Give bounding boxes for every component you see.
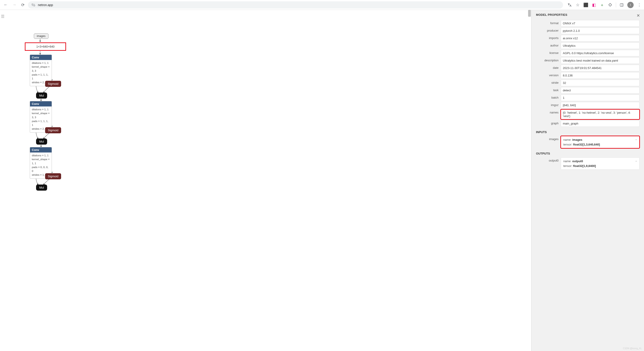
- reload-button[interactable]: ⟳: [20, 2, 26, 8]
- prop-row-author: authorUltralytics: [536, 43, 640, 49]
- prop-value[interactable]: [640, 640]: [561, 102, 640, 109]
- prop-value[interactable]: Ultralytics best model trained on data.y…: [561, 57, 640, 64]
- scrollbar[interactable]: [528, 10, 531, 351]
- node-conv-2-title: Conv: [30, 101, 52, 107]
- attr: pads = 1, 1, 1, 1: [32, 73, 50, 81]
- collapse-icon[interactable]: −: [635, 138, 637, 141]
- extension-3-icon[interactable]: ＋: [600, 3, 604, 8]
- prop-value[interactable]: ai.onnx v12: [561, 35, 640, 42]
- attr: kernel_shape = 1, 1: [32, 157, 50, 165]
- prop-label: description: [536, 57, 561, 64]
- outputs-heading: OUTPUTS: [536, 152, 640, 155]
- extensions-menu-icon[interactable]: [608, 3, 613, 8]
- output-label: output0: [536, 157, 561, 170]
- prop-label: stride: [536, 80, 561, 86]
- prop-label: format: [536, 20, 561, 27]
- close-icon[interactable]: ✕: [636, 13, 640, 18]
- node-mul-3[interactable]: Mul: [36, 185, 47, 191]
- node-mul-2[interactable]: Mul: [36, 139, 47, 145]
- graph-canvas[interactable]: images 1×3×640×640 Conv dilations = 1, 1…: [0, 10, 531, 351]
- prop-value[interactable]: 32: [561, 80, 640, 86]
- prop-row-imgsz: imgsz[640, 640]: [536, 102, 640, 109]
- prop-value[interactable]: {0: 'helmet', 1: 'no-helmet', 2: 'no-ves…: [561, 109, 640, 119]
- sidepanel-icon[interactable]: [619, 3, 624, 8]
- collapse-icon[interactable]: −: [635, 159, 637, 163]
- input-box[interactable]: −name: imagestensor: float32[1,3,640,640…: [561, 136, 640, 148]
- attr: pads = 1, 1, 1, 1: [32, 119, 50, 127]
- node-input-shape[interactable]: 1×3×640×640: [25, 43, 66, 51]
- translate-icon[interactable]: [567, 3, 572, 8]
- back-button[interactable]: ←: [2, 2, 9, 8]
- scrollbar-thumb[interactable]: [528, 10, 531, 17]
- prop-row-task: taskdetect: [536, 87, 640, 94]
- prop-value[interactable]: Ultralytics: [561, 43, 640, 49]
- prop-row-stride: stride32: [536, 80, 640, 86]
- properties-panel: ✕ MODEL PROPERTIES formatONNX v7producer…: [531, 10, 644, 351]
- graph-edges: [0, 10, 531, 351]
- prop-label: date: [536, 65, 561, 71]
- browser-toolbar: ← → ⟳ netron.app ☆ ⬛ ◧ ＋ I ⋮: [0, 0, 644, 10]
- prop-value[interactable]: 1: [561, 95, 640, 101]
- attr: dilations = 1, 1: [32, 154, 50, 157]
- extension-2-icon[interactable]: ◧: [592, 3, 596, 8]
- site-settings-icon[interactable]: [31, 3, 36, 7]
- output-row-output0: output0−name: output0tensor: float32[1,9…: [536, 157, 640, 170]
- node-sigmoid-2[interactable]: Sigmoid: [45, 127, 61, 133]
- prop-value[interactable]: main_graph: [561, 120, 640, 127]
- url-text: netron.app: [38, 3, 53, 7]
- prop-row-date: date2023-11-30T19:01:57.484541: [536, 65, 640, 71]
- prop-row-names: names{0: 'helmet', 1: 'no-helmet', 2: 'n…: [536, 109, 640, 119]
- prop-row-license: licenseAGPL-3.0 https://ultralytics.com/…: [536, 50, 640, 56]
- prop-label: graph: [536, 120, 561, 127]
- output-box[interactable]: −name: output0tensor: float32[1,9,8400]: [561, 157, 640, 170]
- prop-value[interactable]: ONNX v7: [561, 20, 640, 27]
- node-conv-3-title: Conv: [30, 147, 52, 153]
- svg-rect-0: [32, 4, 33, 5]
- prop-row-format: formatONNX v7: [536, 20, 640, 27]
- watermark: CSDN @loong_XL: [623, 347, 642, 350]
- prop-label: version: [536, 72, 561, 79]
- attr: dilations = 1, 1: [32, 108, 50, 111]
- prop-value[interactable]: 8.0.136: [561, 72, 640, 79]
- star-icon[interactable]: ☆: [575, 3, 580, 8]
- prop-label: author: [536, 43, 561, 49]
- node-conv-1-title: Conv: [30, 55, 52, 60]
- separator: [616, 3, 616, 8]
- prop-value[interactable]: 2023-11-30T19:01:57.484541: [561, 65, 640, 71]
- prop-value[interactable]: detect: [561, 87, 640, 94]
- prop-row-graph: graphmain_graph: [536, 120, 640, 127]
- prop-value[interactable]: AGPL-3.0 https://ultralytics.com/license: [561, 50, 640, 56]
- browser-actions: ☆ ⬛ ◧ ＋ I ⋮: [565, 2, 642, 8]
- input-label: images: [536, 136, 561, 148]
- prop-row-producer: producerpytorch 2.1.0: [536, 28, 640, 34]
- node-mul-1[interactable]: Mul: [36, 93, 47, 99]
- attr: dilations = 1, 1: [32, 61, 50, 65]
- input-row-images: images−name: imagestensor: float32[1,3,6…: [536, 136, 640, 148]
- address-bar[interactable]: netron.app: [28, 1, 563, 9]
- node-sigmoid-1[interactable]: Sigmoid: [45, 81, 61, 87]
- attr: kernel_shape = 3, 3: [32, 111, 50, 119]
- prop-label: imgsz: [536, 102, 561, 109]
- forward-button[interactable]: →: [11, 2, 18, 8]
- prop-row-description: descriptionUltralytics best model traine…: [536, 57, 640, 64]
- kebab-menu-icon[interactable]: ⋮: [637, 3, 642, 8]
- attr: kernel_shape = 3, 3: [32, 65, 50, 73]
- attr: pads = 0, 0, 0, 0: [32, 165, 50, 173]
- profile-avatar[interactable]: I: [627, 2, 634, 8]
- panel-title: MODEL PROPERTIES: [536, 13, 640, 17]
- node-input-images[interactable]: images: [34, 33, 48, 39]
- prop-row-version: version8.0.136: [536, 72, 640, 79]
- extension-1-icon[interactable]: ⬛: [583, 3, 588, 8]
- workspace: ☰: [0, 10, 644, 351]
- svg-rect-2: [620, 4, 623, 6]
- prop-label: batch: [536, 95, 561, 101]
- prop-label: producer: [536, 28, 561, 34]
- svg-rect-1: [34, 5, 35, 6]
- prop-row-imports: importsai.onnx v12: [536, 35, 640, 42]
- prop-label: license: [536, 50, 561, 56]
- inputs-heading: INPUTS: [536, 130, 640, 134]
- node-sigmoid-3[interactable]: Sigmoid: [45, 173, 61, 179]
- prop-label: names: [536, 109, 561, 119]
- prop-label: imports: [536, 35, 561, 42]
- prop-value[interactable]: pytorch 2.1.0: [561, 28, 640, 34]
